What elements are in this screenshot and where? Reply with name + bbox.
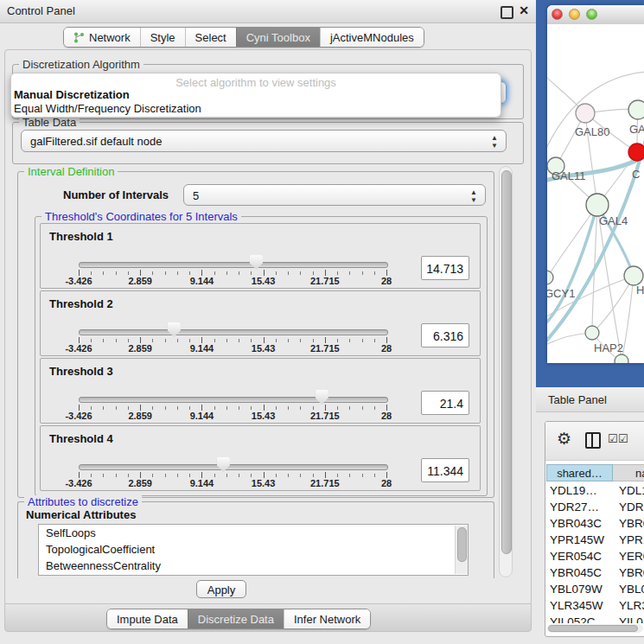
close-icon[interactable]: ✕ xyxy=(519,4,529,17)
column-header-name[interactable]: na xyxy=(613,464,644,481)
network-node-label: GAL4 xyxy=(599,214,628,227)
network-canvas[interactable]: GAL80GACGAL11GAL4GCY1HHAP2 xyxy=(547,24,644,363)
tick-mark xyxy=(79,472,80,478)
tick-mark xyxy=(386,472,387,478)
network-window: GAL80GACGAL11GAL4GCY1HHAP2 xyxy=(547,5,644,363)
threshold-value-field[interactable]: 21.4 xyxy=(421,391,469,415)
table-horizontal-scrollbar[interactable] xyxy=(547,624,643,633)
tab-cyni-toolbox[interactable]: Cyni Toolbox xyxy=(236,28,320,47)
table-row[interactable]: YIL052CYIL0 xyxy=(546,614,644,623)
threshold-value-field[interactable]: 11.344 xyxy=(421,458,469,482)
cell-shared-name: YBL079W xyxy=(550,581,603,597)
number-of-intervals-combo[interactable]: 5 ▲▼ xyxy=(183,184,486,206)
network-node[interactable] xyxy=(586,194,609,216)
gear-icon[interactable]: ⚙ xyxy=(557,430,571,448)
network-graph[interactable]: GAL80GACGAL11GAL4GCY1HHAP2 xyxy=(547,24,644,363)
tick-mark xyxy=(226,271,227,275)
network-node[interactable] xyxy=(585,326,599,340)
tick-mark xyxy=(214,271,215,275)
network-node[interactable] xyxy=(628,143,644,161)
number-of-intervals-value: 5 xyxy=(193,189,199,202)
main-vertical-scrollbar[interactable] xyxy=(499,166,513,577)
threshold-value-field[interactable]: 6.316 xyxy=(421,323,469,348)
network-node[interactable] xyxy=(576,104,595,123)
tick-label: 9.144 xyxy=(190,411,214,421)
tab-label: Style xyxy=(150,31,175,44)
tab-impute-data[interactable]: Impute Data xyxy=(107,609,188,628)
tab-style[interactable]: Style xyxy=(140,28,185,47)
tick-mark xyxy=(128,474,129,477)
attribute-list-item[interactable]: BetweennessCentrality xyxy=(39,558,468,574)
network-node[interactable] xyxy=(547,271,553,284)
slider-track[interactable] xyxy=(79,262,388,268)
network-node[interactable] xyxy=(615,354,628,363)
attributes-scrollbar[interactable] xyxy=(455,526,468,574)
minimize-traffic-light[interactable] xyxy=(569,9,580,20)
network-edge[interactable] xyxy=(622,276,634,361)
network-edge[interactable] xyxy=(547,205,597,284)
threshold-panel-3: Threshold 3-3.4262.8599.14415.4321.71528… xyxy=(40,358,481,424)
tick-mark xyxy=(226,406,227,410)
tick-mark xyxy=(276,474,277,477)
threshold-panel-1: Threshold 1-3.4262.8599.14415.4321.71528… xyxy=(40,223,481,289)
split-table-icon[interactable] xyxy=(585,432,601,449)
checkbox-icon[interactable]: ☑ xyxy=(608,433,618,444)
tick-mark xyxy=(91,339,92,342)
tick-mark xyxy=(189,339,190,342)
tab-discretize-data[interactable]: Discretize Data xyxy=(188,609,284,628)
close-traffic-light[interactable] xyxy=(552,9,563,20)
tick-mark xyxy=(226,474,227,477)
table-row[interactable]: YPR145WYPR1 xyxy=(546,532,644,548)
tab-jactivemnodules[interactable]: jActiveMNodules xyxy=(320,28,424,47)
numerical-attributes-list[interactable]: SelfLoopsTopologicalCoefficientBetweenne… xyxy=(38,524,469,576)
tick-mark xyxy=(362,271,363,275)
tick-label: 9.144 xyxy=(190,276,214,286)
network-node[interactable] xyxy=(628,100,644,119)
threshold-label: Threshold 2 xyxy=(49,297,113,310)
tab-select[interactable]: Select xyxy=(185,28,236,47)
tick-mark xyxy=(177,271,178,275)
attribute-list-item[interactable]: SelfLoops xyxy=(39,525,468,541)
scrollbar-thumb[interactable] xyxy=(548,625,638,632)
tick-mark xyxy=(386,337,387,343)
checkbox-icon[interactable]: ☑ xyxy=(618,433,628,444)
popup-option-equal-width-frequency[interactable]: Equal Width/Frequency Discretization xyxy=(14,102,201,115)
tick-label: 9.144 xyxy=(190,478,214,488)
table-header-row: shared… na xyxy=(545,464,644,482)
tick-label: 2.859 xyxy=(128,343,152,354)
tick-mark xyxy=(152,474,153,477)
slider-track[interactable] xyxy=(79,397,388,403)
tick-label: 28 xyxy=(381,411,392,421)
table-row[interactable]: YBR045CYBR0 xyxy=(546,564,644,581)
popup-option-manual-discretization[interactable]: Manual Discretization xyxy=(14,88,130,101)
scrollbar-thumb[interactable] xyxy=(457,527,467,562)
column-header-shared[interactable]: shared… xyxy=(546,464,613,481)
table-data-combo[interactable]: galFiltered.sif default node ▲▼ xyxy=(21,130,507,152)
tick-mark xyxy=(325,472,326,478)
threshold-value-field[interactable]: 14.713 xyxy=(421,256,469,280)
tab-network[interactable]: Network xyxy=(64,28,140,47)
apply-button[interactable]: Apply xyxy=(196,580,246,598)
tab-infer-network[interactable]: Infer Network xyxy=(284,609,370,628)
tick-mark xyxy=(251,271,252,275)
scrollbar-thumb[interactable] xyxy=(501,170,512,554)
tick-mark xyxy=(300,474,301,477)
cell-shared-name: YDR27… xyxy=(550,499,599,515)
table-row[interactable]: YDL19…YDL1 xyxy=(546,482,644,499)
table-row[interactable]: YLR345WYLR3 xyxy=(546,597,644,614)
slider-track[interactable] xyxy=(79,464,388,470)
table-row[interactable]: YER054CYER0 xyxy=(546,548,644,564)
tick-label: 21.715 xyxy=(310,411,340,421)
table-row[interactable]: YBL079WYBL0 xyxy=(546,581,644,597)
panel-title: Control Panel xyxy=(7,4,75,17)
float-window-icon[interactable] xyxy=(501,6,513,19)
cell-name: YBL0 xyxy=(619,581,644,597)
network-node[interactable] xyxy=(624,266,643,285)
table-row[interactable]: YBR043CYBR0 xyxy=(546,515,644,532)
attribute-list-item[interactable]: TopologicalCoefficient xyxy=(39,541,468,558)
tick-mark xyxy=(264,270,265,276)
slider-track[interactable] xyxy=(79,329,388,335)
tick-mark xyxy=(103,474,104,477)
zoom-traffic-light[interactable] xyxy=(586,9,597,20)
table-row[interactable]: YDR27…YDR2 xyxy=(546,499,644,515)
